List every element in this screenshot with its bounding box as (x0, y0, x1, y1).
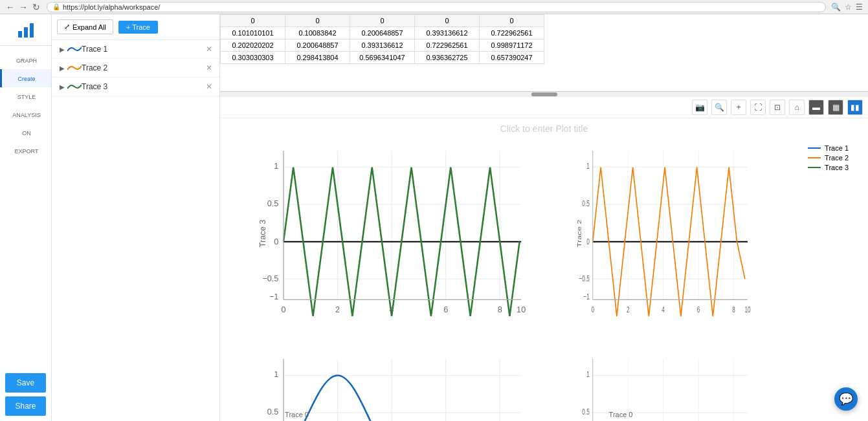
sidebar-nav: GRAPH Create STYLE ANALYSIS ON EXPORT (0, 51, 51, 160)
svg-text:4: 4 (662, 305, 665, 314)
url-bar[interactable]: 🔒 https://plot.ly/alpha/workspace/ (47, 2, 826, 12)
expand-all-label: Expand All (72, 23, 106, 31)
trace-1-name: Trace 1 (82, 45, 204, 54)
sidebar-graph-label: GRAPH (5, 58, 49, 64)
chart-bottom-right: Trace 0 1 0.5 0 −0.5 −1 0 2 4 6 8 10 (544, 352, 862, 421)
sidebar-divider (0, 45, 51, 46)
browser-navigation: ← → ↻ (5, 2, 41, 12)
svg-text:1: 1 (586, 161, 590, 170)
traces-list: ▶ Trace 1 ✕ ▶ Trace 2 ✕ ▶ (52, 40, 219, 421)
search-icon[interactable]: 🔍 (831, 3, 841, 12)
expand-all-button[interactable]: ⤢ Expand All (57, 19, 113, 34)
share-button[interactable]: Share (5, 396, 46, 416)
svg-text:0.5: 0.5 (582, 199, 589, 208)
trace-item-2: ▶ Trace 2 ✕ (52, 59, 219, 78)
sidebar-item-analysis[interactable]: ANALYSIS (0, 105, 51, 124)
svg-text:0.5: 0.5 (582, 406, 589, 415)
plus-tool[interactable]: + (731, 100, 746, 115)
svg-text:−1: −1 (583, 292, 589, 301)
trace-delete-1[interactable]: ✕ (204, 44, 214, 54)
download-tool[interactable]: ▬ (808, 100, 824, 115)
data-table: 000000.1010101010.100838420.2006488570.3… (220, 14, 544, 64)
svg-rect-0 (18, 31, 22, 38)
sidebar-item-on[interactable]: ON (0, 124, 51, 142)
chart-area[interactable]: Click to enter Plot title Trace 1 Trace … (220, 118, 868, 421)
data-grid[interactable]: 000000.1010101010.100838420.2006488570.3… (220, 14, 868, 92)
menu-icon[interactable]: ☰ (856, 3, 863, 12)
bookmark-icon[interactable]: ☆ (845, 3, 852, 12)
grid-tool[interactable]: ▦ (828, 100, 843, 115)
forward-button[interactable]: → (18, 2, 28, 12)
chart-bottom-left: 1 0.5 0 −0.5 −1 0 2 4 6 8 10 Trace 1 (227, 352, 544, 421)
sidebar-style-label: STYLE (5, 94, 49, 100)
traces-panel: ⤢ Expand All + Trace ▶ Trace 1 ✕ ▶ T (52, 14, 220, 421)
expand-tool[interactable]: ⛶ (750, 100, 766, 115)
plot-title[interactable]: Click to enter Plot title (500, 124, 588, 134)
sidebar-create-label: Create (5, 76, 49, 82)
chat-bubble[interactable]: 💬 (834, 387, 858, 411)
app-container: GRAPH Create STYLE ANALYSIS ON EXPORT Sa… (0, 14, 868, 421)
chart-svg-top-left: 1 0.5 0 −0.5 −1 0 2 4 6 8 10 Trace 3 (259, 151, 538, 333)
svg-text:4: 4 (390, 304, 394, 314)
plotly-logo[interactable] (16, 19, 36, 40)
svg-text:1: 1 (586, 369, 590, 378)
bar-tool[interactable]: ▮▮ (847, 100, 863, 115)
trace-1-icon (67, 45, 82, 54)
svg-text:2: 2 (335, 304, 340, 314)
browser-bar: ← → ↻ 🔒 https://plot.ly/alpha/workspace/… (0, 0, 868, 14)
left-sidebar: GRAPH Create STYLE ANALYSIS ON EXPORT Sa… (0, 14, 52, 421)
lock-icon: 🔒 (52, 3, 60, 10)
chart-top-left: 1 0.5 0 −0.5 −1 0 2 4 6 8 10 Trace 3 (227, 138, 544, 352)
svg-text:8: 8 (732, 305, 735, 314)
save-button[interactable]: Save (5, 373, 46, 393)
trace-3-icon (67, 82, 82, 91)
zoom-tool[interactable]: 🔍 (711, 100, 727, 115)
sidebar-on-label: ON (5, 130, 49, 136)
svg-text:2: 2 (626, 305, 629, 314)
trace-2-icon (67, 63, 82, 72)
svg-text:0: 0 (586, 237, 590, 246)
sidebar-item-style[interactable]: STYLE (0, 87, 51, 105)
svg-text:6: 6 (443, 304, 448, 314)
trace-expand-3[interactable]: ▶ (57, 81, 67, 92)
svg-text:Trace 3: Trace 3 (259, 220, 267, 248)
url-text: https://plot.ly/alpha/workspace/ (63, 3, 160, 11)
traces-header: ⤢ Expand All + Trace (52, 14, 219, 40)
expand-icon: ⤢ (64, 23, 70, 31)
svg-text:0.5: 0.5 (267, 406, 279, 416)
trace-item-3: ▶ Trace 3 ✕ (52, 78, 219, 96)
trace1-line (284, 375, 520, 421)
trace-expand-1[interactable]: ▶ (57, 44, 67, 54)
add-trace-button[interactable]: + Trace (118, 21, 158, 34)
subplot1-xlabel: Trace 0 (285, 411, 309, 418)
svg-rect-1 (24, 27, 28, 38)
trace-3-name: Trace 3 (82, 82, 204, 91)
sidebar-item-export[interactable]: EXPORT (0, 142, 51, 160)
sidebar-item-graph[interactable]: GRAPH (0, 51, 51, 69)
svg-text:−1: −1 (269, 292, 278, 301)
svg-text:−0.5: −0.5 (262, 274, 278, 283)
refresh-button[interactable]: ↻ (31, 2, 41, 12)
chart-svg-top-right: 1 0.5 0 −0.5 −1 0 2 4 6 8 10 Trace 2 (577, 151, 759, 333)
sidebar-export-label: EXPORT (5, 148, 49, 155)
svg-rect-2 (30, 23, 34, 38)
svg-text:10: 10 (744, 305, 750, 314)
plot-toolbar: 📷 🔍 + ⛶ ⊡ ⌂ ▬ ▦ ▮▮ (220, 97, 868, 118)
svg-text:0: 0 (281, 304, 285, 314)
chart-top-right: 1 0.5 0 −0.5 −1 0 2 4 6 8 10 Trace 2 (544, 138, 862, 352)
home-tool[interactable]: ⌂ (789, 100, 805, 115)
trace-delete-3[interactable]: ✕ (204, 81, 214, 92)
compress-tool[interactable]: ⊡ (770, 100, 785, 115)
svg-text:6: 6 (696, 305, 700, 314)
chat-icon: 💬 (839, 392, 853, 406)
svg-text:Trace 2: Trace 2 (577, 220, 582, 248)
back-button[interactable]: ← (5, 2, 16, 12)
sidebar-item-create[interactable]: Create (0, 69, 51, 87)
svg-text:−0.5: −0.5 (579, 274, 589, 283)
trace-item-1: ▶ Trace 1 ✕ (52, 40, 219, 59)
camera-tool[interactable]: 📷 (692, 100, 707, 115)
trace-delete-2[interactable]: ✕ (204, 63, 214, 73)
trace-expand-2[interactable]: ▶ (57, 63, 67, 73)
grid-scrollbar[interactable] (220, 92, 868, 97)
chart-svg-bottom-right: Trace 0 1 0.5 0 −0.5 −1 0 2 4 6 8 10 (577, 359, 759, 421)
